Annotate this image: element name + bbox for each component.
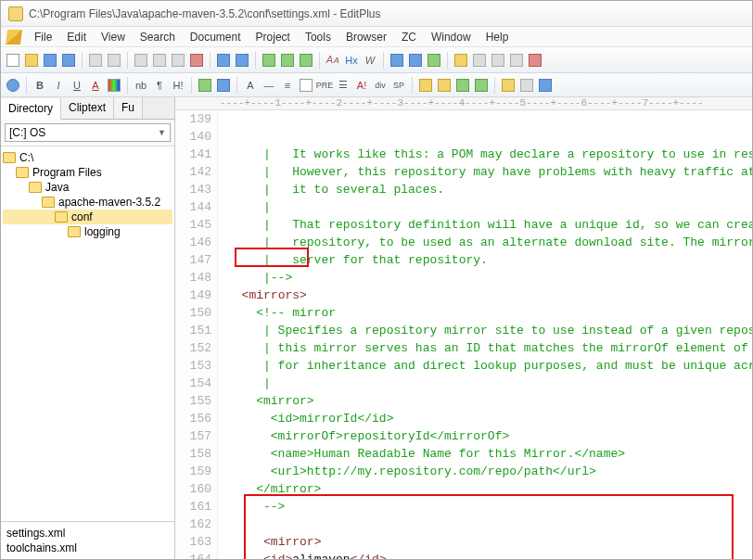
code-line[interactable]: |--> [227, 269, 752, 286]
code-line[interactable]: | repository, to be used as an alternate… [227, 234, 752, 251]
misc1-button[interactable] [453, 52, 469, 69]
palette-icon[interactable] [106, 77, 122, 94]
t2e-button[interactable] [500, 77, 517, 94]
open-button[interactable] [23, 52, 40, 69]
bold-button[interactable]: B [32, 77, 48, 94]
hr-icon[interactable]: — [261, 77, 277, 94]
code-line[interactable]: <mirror> [227, 533, 752, 551]
findnext-button[interactable] [298, 52, 314, 69]
code-line[interactable]: | for inheritance and direct lookup purp… [227, 357, 752, 375]
code-line[interactable]: <id>alimaven</id> [227, 551, 752, 559]
code-line[interactable]: | Specifies a repository mirror site to … [227, 322, 752, 339]
menu-browser[interactable]: Browser [338, 31, 394, 44]
file-item[interactable]: toolchains.xml [5, 541, 171, 555]
tree-item[interactable]: C:\ [3, 150, 172, 165]
code-line[interactable]: --> [227, 498, 752, 515]
copy-button[interactable] [151, 52, 168, 69]
hx-button[interactable]: Hx [343, 52, 360, 69]
new-button[interactable] [5, 52, 21, 69]
replace-button[interactable] [279, 52, 296, 69]
code-line[interactable]: | However, this repository may have prob… [227, 163, 752, 181]
misc4-button[interactable] [508, 52, 525, 69]
code-line[interactable]: | [227, 198, 752, 216]
italic-button[interactable]: I [50, 77, 67, 94]
menu-view[interactable]: View [94, 31, 133, 44]
tree-item[interactable]: logging [3, 224, 172, 239]
redo-button[interactable] [234, 52, 250, 69]
a-button[interactable]: A [242, 77, 259, 94]
menu-document[interactable]: Document [183, 31, 249, 44]
t2b-button[interactable] [436, 77, 453, 94]
print-button[interactable] [87, 52, 104, 69]
tab-fu[interactable]: Fu [114, 97, 143, 119]
tab-cliptext[interactable]: Cliptext [61, 97, 114, 119]
misc3-button[interactable] [490, 52, 506, 69]
code-line[interactable]: <mirrors> [227, 286, 752, 304]
code-line[interactable]: <name>Human Readable Name for this Mirro… [227, 445, 752, 463]
menu-edit[interactable]: Edit [59, 31, 94, 44]
misc5-button[interactable] [527, 52, 543, 69]
hn-button[interactable]: H! [170, 77, 186, 94]
globe-icon[interactable] [5, 77, 21, 94]
code-line[interactable]: <mirrorOf>repositoryId</mirrorOf> [227, 427, 752, 445]
ai-button[interactable]: A! [353, 77, 370, 94]
check-button[interactable] [426, 52, 442, 69]
table-icon[interactable] [298, 77, 314, 94]
menu-search[interactable]: Search [133, 31, 183, 44]
code-area[interactable]: 1391401411421431441451461471481491501511… [175, 110, 752, 559]
misc2-button[interactable] [471, 52, 488, 69]
t2g-button[interactable] [537, 77, 554, 94]
code-line[interactable]: | server for that repository. [227, 251, 752, 269]
t2a-button[interactable] [417, 77, 434, 94]
tree-item[interactable]: apache-maven-3.5.2 [3, 195, 172, 210]
t2c-button[interactable] [454, 77, 471, 94]
t2f-button[interactable] [518, 77, 535, 94]
nb-button[interactable]: nb [133, 77, 149, 94]
color-button[interactable]: A [87, 77, 104, 94]
code-line[interactable] [227, 515, 752, 533]
outdent-button[interactable] [407, 52, 424, 69]
code-line[interactable]: | That repository definition will have a… [227, 216, 752, 234]
sp-button[interactable]: SP [390, 77, 407, 94]
cut-button[interactable] [133, 52, 149, 69]
menu-zc[interactable]: ZC [394, 31, 424, 44]
tab-directory[interactable]: Directory [1, 98, 61, 120]
find-button[interactable] [261, 52, 277, 69]
tree-item[interactable]: Java [3, 180, 172, 195]
para-icon[interactable]: ¶ [151, 77, 168, 94]
anchor-icon[interactable] [215, 77, 232, 94]
save-button[interactable] [42, 52, 58, 69]
code-line[interactable]: <mirror> [227, 392, 752, 410]
code-line[interactable]: | it to several places. [227, 181, 752, 198]
code-line[interactable]: <id>mirrorId</id> [227, 410, 752, 427]
tree-item[interactable]: conf [3, 210, 172, 224]
code-line[interactable]: </mirror> [227, 480, 752, 498]
saveall-button[interactable] [60, 52, 77, 69]
code-line[interactable]: | It works like this: a POM may declare … [227, 146, 752, 163]
center-icon[interactable]: ≡ [279, 77, 296, 94]
indent-button[interactable] [389, 52, 405, 69]
drive-combo[interactable]: [C:] OS ▼ [5, 123, 171, 142]
menu-help[interactable]: Help [479, 31, 517, 44]
t2d-button[interactable] [473, 77, 490, 94]
menu-tools[interactable]: Tools [298, 31, 338, 44]
undo-button[interactable] [215, 52, 232, 69]
underline-button[interactable]: U [69, 77, 85, 94]
code-line[interactable]: | [227, 375, 752, 392]
div-button[interactable]: div [372, 77, 389, 94]
aa-button[interactable]: Aᴀ [325, 52, 341, 69]
code-line[interactable]: <url>http://my.repository.com/repo/path<… [227, 463, 752, 480]
file-item[interactable]: settings.xml [5, 526, 171, 541]
code-line[interactable]: | this mirror serves has an ID that matc… [227, 339, 752, 357]
menu-window[interactable]: Window [424, 31, 479, 44]
file-list[interactable]: settings.xmltoolchains.xml [1, 521, 174, 559]
list-button[interactable]: ☰ [335, 77, 351, 94]
menu-file[interactable]: File [27, 31, 59, 44]
image-icon[interactable] [197, 77, 213, 94]
code-content[interactable]: | It works like this: a POM may declare … [218, 110, 752, 559]
w-button[interactable]: W [362, 52, 378, 69]
folder-tree[interactable]: C:\Program FilesJavaapache-maven-3.5.2co… [1, 146, 174, 521]
paste-button[interactable] [170, 52, 186, 69]
preview-button[interactable] [106, 52, 122, 69]
code-line[interactable]: <!-- mirror [227, 304, 752, 322]
